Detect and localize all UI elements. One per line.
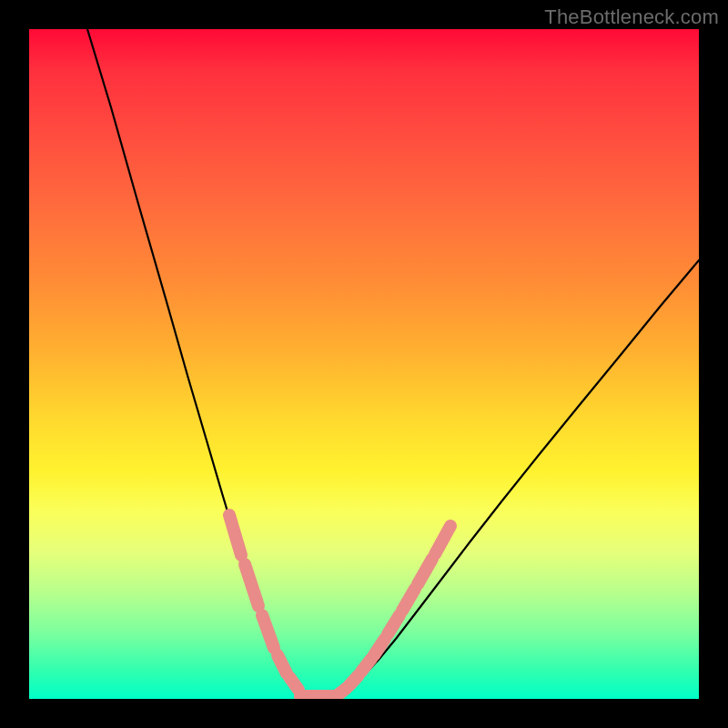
chart-svg — [29, 29, 699, 699]
overlay-segment-8 — [361, 659, 371, 672]
overlay-segment-11 — [402, 589, 415, 611]
chart-frame: TheBottleneck.com — [0, 0, 728, 728]
overlay-segment-2 — [262, 615, 274, 648]
overlay-segment-7 — [349, 675, 359, 685]
watermark-label: TheBottleneck.com — [544, 5, 719, 29]
overlay-segment-4 — [289, 677, 298, 690]
overlay-segment-0 — [229, 515, 241, 555]
overlay-segment-12 — [418, 559, 432, 584]
overlay-segment-13 — [435, 526, 450, 554]
overlay-segment-3 — [278, 655, 287, 673]
curve-left-curve — [87, 29, 309, 699]
overlay-segment-10 — [388, 615, 399, 634]
overlay-segment-1 — [245, 564, 258, 606]
chart-plot-area — [29, 29, 699, 699]
overlay-segment-9 — [374, 639, 385, 655]
